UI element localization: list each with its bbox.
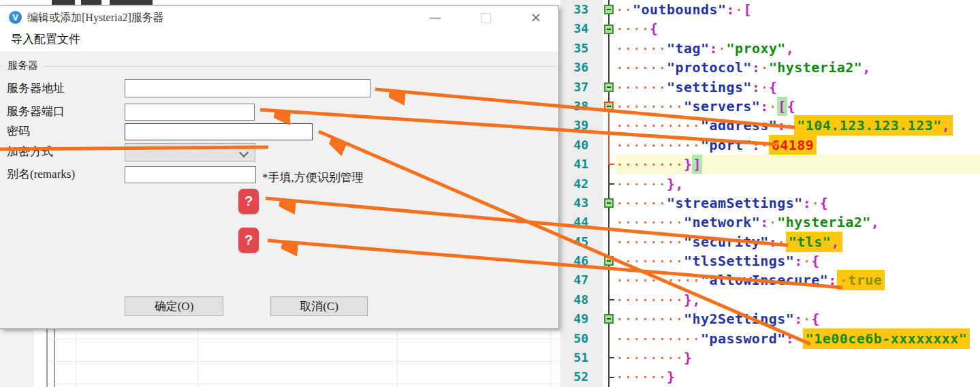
line-number: 37 [560,78,603,97]
editor-line-42[interactable]: 42······}, [560,174,980,194]
highlighted-value: ·true [837,270,885,290]
line-number: 33 [560,0,603,19]
editor-line-50[interactable]: 50··········"password":·"1e00ce6b-xxxxxx… [560,329,980,348]
minimize-button[interactable]: — [420,6,451,29]
server-port-input[interactable] [125,104,255,121]
remarks-label: 别名(remarks) [7,167,75,182]
editor-line-44[interactable]: 44········"network":·"hysteria2", [560,213,980,232]
line-number: 36 [560,58,603,77]
fold-guide [603,213,616,232]
fold-marker-icon[interactable] [603,194,616,213]
fold-guide [603,367,616,386]
editor-line-46[interactable]: 46········"tlsSettings":·{ [560,251,980,270]
editor-line-41[interactable]: 41········}] [560,155,980,174]
editor-line-36[interactable]: 36······"protocol":·"hysteria2", [560,58,980,77]
json-editor[interactable]: 33··"outbounds":·[34····{35······"tag":·… [560,0,980,387]
screenshot-stage: 33··"outbounds":·[34····{35······"tag":·… [0,0,980,387]
editor-line-45[interactable]: 45········"security":·"tls", [560,232,980,251]
fold-guide [603,136,616,155]
editor-line-34[interactable]: 34····{ [560,19,980,38]
code-text: ··"outbounds":·[ [616,0,980,19]
encryption-method-label: 加密方式 [7,144,53,159]
server-address-input[interactable] [125,79,370,97]
line-number: 46 [560,251,603,270]
maximize-button[interactable] [470,6,501,29]
fold-marker-icon[interactable] [603,19,616,38]
line-number: 49 [560,309,603,328]
code-text: ······"tag":·"proxy", [616,39,980,58]
highlighted-value: "tls", [786,232,842,252]
close-button[interactable]: × [520,6,552,29]
highlighted-value: 64189 [769,135,817,155]
help-button-tls[interactable]: ? [238,189,259,214]
menu-import-config[interactable]: 导入配置文件 [8,29,83,52]
code-text: ········"tlsSettings":·{ [616,251,980,270]
editor-line-37[interactable]: 37······"settings":·{ [560,78,980,97]
line-number: 52 [560,367,603,386]
editor-line-43[interactable]: 43······"streamSettings":·{ [560,194,980,213]
line-number: 38 [560,97,603,116]
chevron-down-icon [239,148,249,157]
fold-guide [603,232,616,251]
fold-guide [603,290,616,309]
dialog-title: 编辑或添加[Hysteria2]服务器 [27,6,164,29]
fold-marker-icon[interactable] [603,0,616,19]
editor-line-47[interactable]: 47··········"allowInsecure":·true [560,270,980,290]
editor-line-33[interactable]: 33··"outbounds":·[ [560,0,980,19]
fold-marker-icon[interactable] [603,78,616,97]
code-text: ······} [616,367,980,386]
code-text: ······"protocol":·"hysteria2", [616,58,980,77]
encryption-method-select[interactable] [125,143,255,161]
fold-marker-icon[interactable] [603,251,616,270]
highlighted-value: "104.123.123.123", [794,115,953,136]
code-text: ··········"port":·64189 [616,136,980,155]
code-text: ········} [616,348,980,367]
fold-guide [603,329,616,348]
editor-line-49[interactable]: 49········"hy2Settings":·{ [560,309,980,328]
remarks-input[interactable] [125,166,256,183]
editor-line-51[interactable]: 51········} [560,348,980,367]
editor-line-40[interactable]: 40··········"port":·64189 [560,136,980,155]
v2rayn-app-icon: V [9,11,22,24]
password-input[interactable] [125,123,313,140]
code-text: ··········"allowInsecure":·true [616,270,980,290]
line-number: 45 [560,232,603,251]
line-number: 50 [560,329,603,348]
fold-guide [603,174,616,194]
fold-marker-icon[interactable] [603,309,616,328]
fold-guide [603,39,616,58]
fold-marker-icon[interactable] [603,97,616,116]
fold-guide [603,155,616,174]
line-number: 51 [560,348,603,367]
line-number: 42 [560,174,603,194]
server-groupbox-title: 服务器 [4,59,42,72]
code-text: ········"security":·"tls", [616,232,980,251]
code-text: ········"servers":·[{ [616,97,980,116]
line-number: 39 [560,116,603,135]
server-groupbox-border [0,66,556,67]
editor-line-39[interactable]: 39··········"address":·"104.123.123.123"… [560,116,980,135]
code-text: ········"network":·"hysteria2", [616,213,980,232]
cancel-button[interactable]: 取消(C) [270,296,368,316]
editor-line-48[interactable]: 48········}, [560,290,980,309]
ok-button[interactable]: 确定(O) [125,296,223,316]
code-text: ··········"address":·"104.123.123.123", [616,116,980,135]
highlighted-value: "1e00ce6b-xxxxxxxx" [803,328,970,349]
background-server-table [0,329,561,387]
code-text: ········}, [616,290,980,309]
code-text: ··········"password":·"1e00ce6b-xxxxxxxx… [616,329,980,348]
help-button-allow-insecure[interactable]: ? [238,228,259,253]
server-port-label: 服务器端口 [7,104,65,119]
background-window-top-sliver [0,0,561,5]
editor-line-38[interactable]: 38········"servers":·[{ [560,97,980,116]
dialog-titlebar[interactable]: V 编辑或添加[Hysteria2]服务器 — × [0,6,558,29]
fold-guide [603,116,616,135]
line-number: 44 [560,213,603,232]
editor-line-52[interactable]: 52······} [560,367,980,386]
line-number: 34 [560,19,603,38]
password-label: 密码 [7,124,30,139]
line-number: 40 [560,136,603,155]
editor-line-35[interactable]: 35······"tag":·"proxy", [560,39,980,58]
fold-guide [603,270,616,290]
code-text: ········"hy2Settings":·{ [616,309,980,328]
